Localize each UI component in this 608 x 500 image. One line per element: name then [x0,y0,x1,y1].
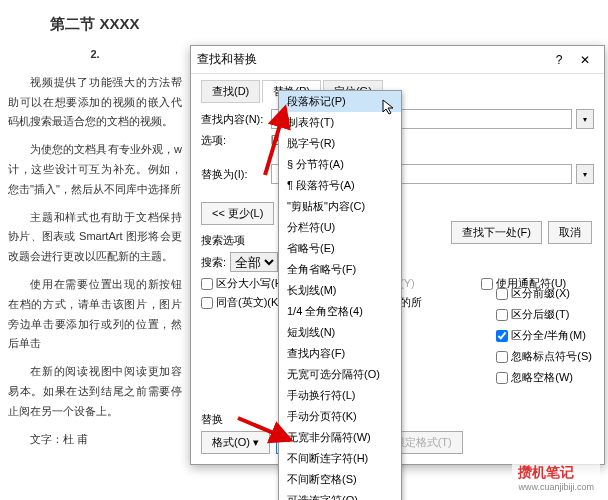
menu-nonbreak-hyphen[interactable]: 不间断连字符(H) [279,448,401,469]
check-width[interactable]: 区分全/半角(M) [496,328,592,343]
check-punct[interactable]: 忽略标点符号(S) [496,349,592,364]
check-space[interactable]: 忽略空格(W) [496,370,592,385]
doc-para: 主题和样式也有助于文档保持协片、图表或 SmartArt 图形将会更改题会进行更… [8,208,182,267]
menu-en-dash[interactable]: 短划线(N) [279,322,401,343]
replace-dropdown-icon[interactable]: ▾ [576,164,594,184]
menu-pilcrow[interactable]: ¶ 段落符号(A) [279,175,401,196]
menu-caret[interactable]: 脱字号(R) [279,133,401,154]
action-buttons: 替换(A) 查找下一处(F) 取消 [451,221,592,244]
close-button[interactable]: ✕ [572,50,598,70]
menu-full-ellipsis[interactable]: 全角省略号(F) [279,259,401,280]
menu-section-break[interactable]: § 分节符(A) [279,154,401,175]
doc-para: 视频提供了功能强大的方法帮助可以在想要添加的视频的嵌入代码机搜索最适合您的文档的… [8,73,182,132]
doc-heading: 第二节 XXXX [8,10,182,37]
menu-find-what[interactable]: 查找内容(F) [279,343,401,364]
replace-label: 替换为(I): [201,167,267,182]
check-prefix[interactable]: 区分前缀(X) [496,286,592,301]
help-button[interactable]: ? [546,50,572,70]
menu-clipboard[interactable]: "剪贴板"内容(C) [279,196,401,217]
doc-para: 为使您的文档具有专业外观，w计，这些设计可互为补充。例如，您击"插入"，然后从不… [8,140,182,199]
menu-quarter-em[interactable]: 1/4 全角空格(4) [279,301,401,322]
special-format-menu: 段落标记(P) 制表符(T) 脱字号(R) § 分节符(A) ¶ 段落符号(A)… [278,90,402,500]
format-button[interactable]: 格式(O) ▾ [201,431,270,454]
find-dropdown-icon[interactable]: ▾ [576,109,594,129]
tab-find[interactable]: 查找(D) [201,80,260,103]
menu-ellipsis[interactable]: 省略号(E) [279,238,401,259]
cancel-button[interactable]: 取消 [548,221,592,244]
menu-manual-line[interactable]: 手动换行符(L) [279,385,401,406]
doc-para: 使用在需要位置出现的新按钮在档的方式，请单击该图片，图片旁边单击要添加行或列的位… [8,275,182,354]
doc-sub: 2. [8,45,182,65]
menu-opt-hyphen[interactable]: 可选连字符(O) [279,490,401,500]
watermark-url: www.cuanjibiji.com [518,482,594,492]
dialog-titlebar: 查找和替换 ? ✕ [191,46,604,74]
menu-nowidth-opt[interactable]: 无宽可选分隔符(O) [279,364,401,385]
menu-tab-char[interactable]: 制表符(T) [279,112,401,133]
dialog-title: 查找和替换 [197,51,546,68]
menu-nowidth-non[interactable]: 无宽非分隔符(W) [279,427,401,448]
right-checkboxes: 区分前缀(X) 区分后缀(T) 区分全/半角(M) 忽略标点符号(S) 忽略空格… [496,286,592,385]
options-label: 选项: [201,133,267,148]
less-button[interactable]: << 更少(L) [201,202,274,225]
search-direction-select[interactable]: 全部 [230,252,278,272]
watermark-title: 攒机笔记 [518,464,574,480]
menu-manual-page[interactable]: 手动分页符(K) [279,406,401,427]
search-label: 搜索: [201,255,226,270]
doc-para: 在新的阅读视图中阅读更加容易本。如果在达到结尾之前需要停止阅在另一个设备上。 [8,362,182,421]
menu-column-break[interactable]: 分栏符(U) [279,217,401,238]
find-label: 查找内容(N): [201,112,267,127]
menu-paragraph-mark[interactable]: 段落标记(P) [279,91,401,112]
find-next-button[interactable]: 查找下一处(F) [451,221,542,244]
menu-nonbreak-space[interactable]: 不间断空格(S) [279,469,401,490]
watermark: 攒机笔记 www.cuanjibiji.com [512,462,600,494]
menu-em-dash[interactable]: 长划线(M) [279,280,401,301]
document-background: 第二节 XXXX 2. 视频提供了功能强大的方法帮助可以在想要添加的视频的嵌入代… [0,0,190,500]
check-suffix[interactable]: 区分后缀(T) [496,307,592,322]
doc-para: 文字：杜 甫 [8,430,182,450]
